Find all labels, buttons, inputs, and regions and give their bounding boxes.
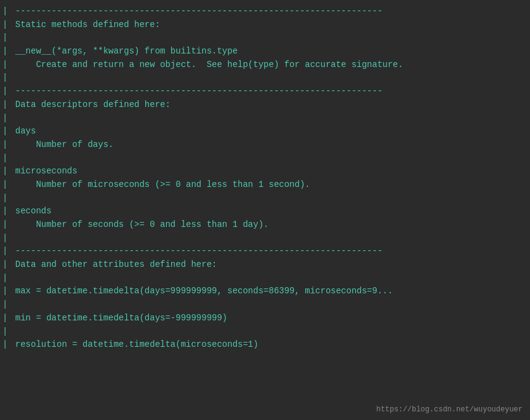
line-content: ----------------------------------------…: [10, 85, 382, 98]
pipe-char: |: [2, 85, 7, 98]
code-content: | --------------------------------------…: [0, 0, 530, 357]
code-line: | --------------------------------------…: [0, 245, 530, 258]
line-content: Data and other attributes defined here:: [10, 258, 217, 272]
pipe-char: |: [2, 152, 7, 165]
line-content: Static methods defined here:: [10, 18, 160, 32]
code-line: |: [0, 192, 530, 205]
pipe-char: |: [2, 5, 7, 18]
code-line: | Static methods defined here:: [0, 18, 530, 32]
code-line: | max = datetime.timedelta(days=99999999…: [0, 285, 530, 298]
code-line: |: [0, 152, 530, 165]
code-line: |: [0, 298, 530, 312]
code-line: |: [0, 325, 530, 339]
code-line: | min = datetime.timedelta(days=-9999999…: [0, 312, 530, 325]
pipe-char: |: [2, 178, 7, 192]
code-line: | __new__(*args, **kwargs) from builtins…: [0, 45, 530, 58]
line-content: resolution = datetime.timedelta(microsec…: [10, 338, 258, 352]
pipe-char: |: [2, 31, 7, 45]
line-content: seconds: [10, 205, 51, 218]
code-line: | Data descriptors defined here:: [0, 98, 530, 112]
pipe-char: |: [2, 138, 7, 152]
code-line: |: [0, 31, 530, 45]
pipe-char: |: [2, 218, 7, 232]
line-content: Data descriptors defined here:: [10, 98, 170, 112]
line-content: ----------------------------------------…: [10, 5, 382, 18]
terminal-window: | --------------------------------------…: [0, 0, 530, 420]
pipe-char: |: [2, 205, 7, 218]
line-content: min = datetime.timedelta(days=-999999999…: [10, 312, 227, 325]
pipe-char: |: [2, 45, 7, 58]
pipe-char: |: [2, 71, 7, 85]
pipe-char: |: [2, 18, 7, 32]
pipe-char: |: [2, 232, 7, 245]
pipe-char: |: [2, 338, 7, 352]
line-content: ----------------------------------------…: [10, 245, 382, 258]
line-content: Create and return a new object. See help…: [10, 58, 403, 72]
line-content: days: [10, 125, 36, 138]
pipe-char: |: [2, 272, 7, 285]
pipe-char: |: [2, 165, 7, 178]
pipe-char: |: [2, 312, 7, 325]
pipe-char: |: [2, 192, 7, 205]
pipe-char: |: [2, 245, 7, 258]
code-line: |: [0, 272, 530, 285]
pipe-char: |: [2, 298, 7, 312]
code-line: | Number of days.: [0, 138, 530, 152]
code-line: | seconds: [0, 205, 530, 218]
code-line: | resolution = datetime.timedelta(micros…: [0, 338, 530, 352]
pipe-char: |: [2, 325, 7, 339]
pipe-char: |: [2, 98, 7, 112]
pipe-char: |: [2, 285, 7, 298]
pipe-char: |: [2, 125, 7, 138]
code-line: | microseconds: [0, 165, 530, 178]
line-content: max = datetime.timedelta(days=999999999,…: [10, 285, 393, 298]
code-line: | days: [0, 125, 530, 138]
watermark: https://blog.csdn.net/wuyoudeyuer: [376, 405, 523, 414]
pipe-char: |: [2, 258, 7, 272]
code-line: |: [0, 232, 530, 245]
code-line: | Number of microseconds (>= 0 and less …: [0, 178, 530, 192]
line-content: Number of days.: [10, 138, 113, 152]
line-content: Number of microseconds (>= 0 and less th…: [10, 178, 310, 192]
code-line: |: [0, 71, 530, 85]
line-content: microseconds: [10, 165, 77, 178]
pipe-char: |: [2, 112, 7, 125]
code-line: | Number of seconds (>= 0 and less than …: [0, 218, 530, 232]
code-line: | --------------------------------------…: [0, 5, 530, 18]
line-content: Number of seconds (>= 0 and less than 1 …: [10, 218, 268, 232]
code-line: | Data and other attributes defined here…: [0, 258, 530, 272]
pipe-char: |: [2, 58, 7, 72]
line-content: __new__(*args, **kwargs) from builtins.t…: [10, 45, 238, 58]
code-line: | Create and return a new object. See he…: [0, 58, 530, 72]
code-line: | --------------------------------------…: [0, 85, 530, 98]
code-line: |: [0, 112, 530, 125]
